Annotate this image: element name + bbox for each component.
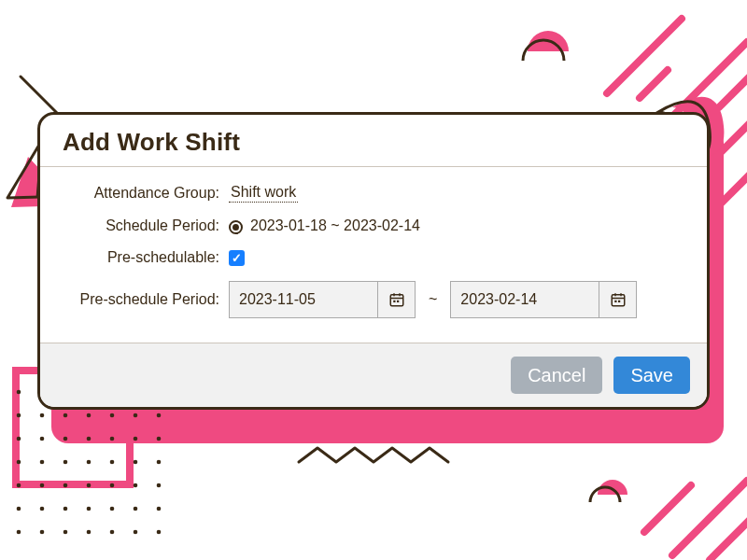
svg-line-9 — [710, 513, 747, 560]
svg-line-0 — [607, 19, 682, 93]
svg-point-34 — [110, 437, 115, 441]
calendar-icon — [388, 291, 405, 308]
preschedule-end-input[interactable] — [451, 282, 599, 317]
preschedule-start-calendar-button[interactable] — [377, 282, 415, 317]
svg-point-41 — [110, 460, 115, 465]
svg-point-25 — [63, 413, 68, 418]
svg-point-44 — [17, 483, 21, 488]
calendar-icon — [610, 291, 627, 308]
svg-point-43 — [157, 460, 162, 465]
preschedule-end-date — [450, 281, 637, 318]
preschedule-start-date — [229, 281, 416, 318]
attendance-group-value[interactable]: Shift work — [229, 184, 298, 203]
svg-point-53 — [63, 507, 68, 511]
svg-point-57 — [157, 507, 162, 511]
svg-rect-75 — [614, 301, 616, 302]
attendance-group-label: Attendance Group: — [51, 185, 229, 202]
dialog-footer: Cancel Save — [40, 343, 707, 407]
svg-point-49 — [134, 483, 138, 488]
svg-point-63 — [134, 530, 138, 535]
svg-point-55 — [110, 507, 115, 511]
svg-rect-69 — [393, 301, 395, 302]
schedule-period-row: Schedule Period: 2023-01-18 ~ 2023-02-14 — [51, 217, 681, 234]
cancel-button[interactable]: Cancel — [511, 357, 602, 394]
svg-point-30 — [17, 437, 21, 441]
attendance-group-row: Attendance Group: Shift work — [51, 184, 681, 203]
schedule-period-radio[interactable] — [229, 220, 243, 234]
svg-point-64 — [157, 530, 162, 535]
svg-point-51 — [17, 507, 21, 511]
svg-point-35 — [134, 437, 138, 441]
svg-line-1 — [640, 70, 668, 98]
svg-point-52 — [40, 507, 45, 511]
dialog-header: Add Work Shift — [40, 115, 707, 167]
preschedule-start-input[interactable] — [230, 282, 377, 317]
svg-point-39 — [63, 460, 68, 465]
svg-point-29 — [157, 413, 162, 418]
svg-point-59 — [40, 530, 45, 535]
svg-point-38 — [40, 460, 45, 465]
svg-point-37 — [17, 460, 21, 465]
schedule-period-label: Schedule Period: — [51, 217, 229, 234]
svg-point-23 — [17, 413, 21, 418]
svg-point-24 — [40, 413, 45, 418]
svg-point-27 — [110, 413, 115, 418]
svg-point-46 — [63, 483, 68, 488]
svg-point-42 — [134, 460, 138, 465]
preschedule-period-row: Pre-schedule Period: ~ — [51, 281, 681, 318]
dialog-title: Add Work Shift — [63, 128, 684, 157]
svg-point-50 — [157, 483, 162, 488]
svg-point-54 — [87, 507, 92, 511]
svg-point-48 — [110, 483, 115, 488]
schedule-period-value: 2023-01-18 ~ 2023-02-14 — [250, 217, 420, 234]
svg-point-61 — [87, 530, 92, 535]
svg-point-31 — [40, 437, 45, 441]
svg-point-56 — [134, 507, 138, 511]
svg-point-33 — [87, 437, 92, 441]
svg-point-16 — [17, 390, 21, 395]
svg-point-58 — [17, 530, 21, 535]
svg-point-47 — [87, 483, 92, 488]
svg-point-32 — [63, 437, 68, 441]
svg-point-45 — [40, 483, 45, 488]
svg-point-28 — [134, 413, 138, 418]
svg-point-40 — [87, 460, 92, 465]
svg-line-7 — [644, 485, 691, 532]
date-range-separator: ~ — [416, 291, 450, 308]
svg-line-4 — [719, 75, 747, 107]
save-button[interactable]: Save — [613, 357, 690, 394]
preschedulable-label: Pre-schedulable: — [51, 249, 229, 266]
svg-point-36 — [157, 437, 162, 441]
svg-rect-70 — [397, 301, 399, 302]
add-work-shift-dialog: Add Work Shift Attendance Group: Shift w… — [37, 112, 710, 410]
preschedule-end-calendar-button[interactable] — [599, 282, 636, 317]
svg-rect-76 — [618, 301, 620, 302]
svg-point-60 — [63, 530, 68, 535]
svg-point-62 — [110, 530, 115, 535]
svg-point-26 — [87, 413, 92, 418]
preschedule-period-label: Pre-schedule Period: — [51, 291, 229, 308]
dialog-body: Attendance Group: Shift work Schedule Pe… — [40, 167, 707, 343]
preschedulable-row: Pre-schedulable: ✓ — [51, 249, 681, 266]
preschedulable-checkbox[interactable]: ✓ — [229, 250, 245, 266]
